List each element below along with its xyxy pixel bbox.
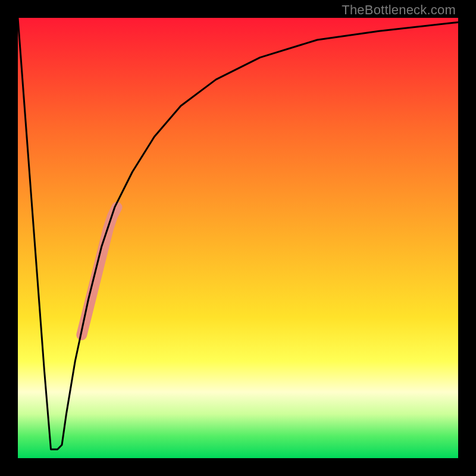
bottleneck-curve xyxy=(18,18,458,449)
marker-band xyxy=(82,207,117,335)
chart-frame: TheBottleneck.com xyxy=(0,0,476,476)
chart-svg xyxy=(18,18,458,458)
plot-area xyxy=(18,18,458,458)
watermark-text: TheBottleneck.com xyxy=(342,2,456,18)
